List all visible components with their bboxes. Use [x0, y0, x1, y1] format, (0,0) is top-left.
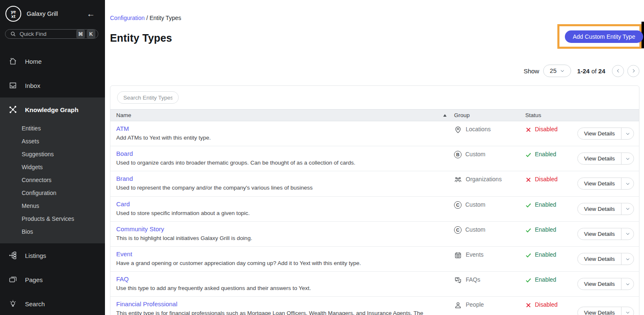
- search-entity-types-input[interactable]: [117, 91, 179, 104]
- sidebar-item-assets[interactable]: Assets: [0, 135, 105, 148]
- sidebar-item-entities[interactable]: Entities: [0, 122, 105, 135]
- view-details-label: View Details: [578, 278, 621, 290]
- add-custom-entity-type-button[interactable]: Add Custom Entity Type: [565, 30, 643, 43]
- table-row: Brand Used to represent the company and/…: [110, 171, 639, 196]
- row-actions-dropdown[interactable]: [621, 153, 634, 164]
- entity-name-link[interactable]: Brand: [116, 175, 133, 182]
- status-label: Disabled: [535, 301, 557, 308]
- people-group-icon: [454, 176, 462, 184]
- view-details-label: View Details: [578, 153, 621, 164]
- sidebar-item-suggestions[interactable]: Suggestions: [0, 148, 105, 160]
- status-badge: Disabled: [525, 297, 575, 315]
- sidebar-item-home[interactable]: Home: [0, 49, 105, 73]
- chevron-down-icon: [625, 231, 630, 236]
- sidebar-item-menus[interactable]: Menus: [0, 199, 105, 212]
- show-label: Show: [524, 68, 539, 75]
- check-icon: [525, 227, 532, 233]
- breadcrumb-link-configuration[interactable]: Configuration: [110, 15, 145, 21]
- sort-ascending-icon[interactable]: [443, 114, 447, 117]
- table-row: Board Used to organize cards into broade…: [110, 146, 639, 171]
- circle-c-icon: C: [454, 201, 462, 209]
- chevron-left-icon: [616, 68, 621, 73]
- status-badge: Enabled: [525, 222, 575, 246]
- entity-name-link[interactable]: Board: [116, 150, 133, 157]
- status-label: Enabled: [535, 251, 556, 258]
- sidebar-item-connectors[interactable]: Connectors: [0, 173, 105, 186]
- table-header: Name Group Status: [110, 109, 639, 121]
- entity-description: Used to organize cards into broader them…: [116, 160, 437, 166]
- row-actions-dropdown[interactable]: [621, 203, 634, 215]
- sidebar-item-products-services[interactable]: Products & Services: [0, 212, 105, 225]
- entity-name-link[interactable]: Card: [116, 200, 130, 208]
- group-label: Locations: [466, 126, 491, 132]
- column-header-name[interactable]: Name: [110, 112, 454, 118]
- chevron-down-icon: [625, 206, 630, 211]
- column-header-group: Group: [454, 112, 525, 118]
- view-details-button[interactable]: View Details: [577, 307, 634, 315]
- view-details-button[interactable]: View Details: [577, 152, 634, 165]
- chevron-down-icon: [625, 131, 630, 136]
- check-icon: [525, 252, 532, 258]
- entity-description: Add ATMs to Yext with this entity type.: [116, 135, 437, 141]
- entity-name-link[interactable]: ATM: [116, 125, 129, 132]
- next-page-button[interactable]: [627, 65, 639, 77]
- entity-description: Use this type to add any frequently aske…: [116, 285, 437, 292]
- view-details-button[interactable]: View Details: [577, 128, 634, 140]
- row-actions-dropdown[interactable]: [621, 228, 634, 240]
- search-icon: [10, 31, 16, 37]
- table-row: ATM Add ATMs to Yext with this entity ty…: [110, 121, 639, 146]
- row-actions-dropdown[interactable]: [621, 307, 634, 315]
- sidebar-item-search[interactable]: Search: [0, 292, 105, 315]
- circle-c-icon: C: [454, 226, 462, 234]
- k-keycap: K: [87, 30, 95, 38]
- row-actions-dropdown[interactable]: [621, 178, 634, 189]
- row-actions-dropdown[interactable]: [621, 128, 634, 139]
- yext-logo-icon[interactable]: ye xt: [5, 5, 22, 22]
- collapse-sidebar-icon[interactable]: ←: [87, 9, 95, 19]
- prev-page-button[interactable]: [612, 65, 624, 77]
- view-details-button[interactable]: View Details: [577, 203, 634, 215]
- sidebar-item-listings[interactable]: Listings: [0, 243, 105, 268]
- sidebar-item-inbox[interactable]: Inbox: [0, 73, 105, 98]
- entity-name-link[interactable]: Financial Professional: [116, 300, 177, 308]
- person-icon: [454, 301, 462, 309]
- chevron-down-icon: [625, 310, 630, 315]
- view-details-button[interactable]: View Details: [577, 253, 634, 265]
- chevron-down-icon: [625, 156, 630, 161]
- view-details-button[interactable]: View Details: [577, 228, 634, 240]
- table-body: ATM Add ATMs to Yext with this entity ty…: [110, 121, 639, 315]
- row-actions-dropdown[interactable]: [621, 278, 634, 290]
- sidebar-item-bios[interactable]: Bios: [0, 225, 105, 238]
- group-label: Custom: [465, 201, 485, 208]
- page-title: Entity Types: [110, 32, 639, 44]
- entity-name-link[interactable]: FAQ: [116, 275, 129, 282]
- status-label: Disabled: [535, 126, 557, 132]
- entity-name-link[interactable]: Event: [116, 250, 132, 258]
- view-details-button[interactable]: View Details: [577, 278, 634, 290]
- entity-description: Used to represent the company and/or the…: [116, 185, 437, 191]
- sidebar-item-widgets[interactable]: Widgets: [0, 160, 105, 173]
- group-label: Custom: [465, 151, 485, 158]
- bulb-icon: [8, 299, 17, 308]
- table-row: Financial Professional This entity type …: [110, 297, 639, 315]
- sidebar-nav: HomeInbox Knowledge Graph EntitiesAssets…: [0, 49, 105, 315]
- table-row: Card Used to store specific information …: [110, 197, 639, 222]
- entity-description: Used to store specific information about…: [116, 210, 437, 217]
- entity-name-link[interactable]: Community Story: [116, 225, 164, 232]
- view-details-label: View Details: [578, 178, 621, 189]
- x-icon: [525, 127, 532, 133]
- chevron-right-icon: [631, 68, 636, 73]
- row-actions-dropdown[interactable]: [621, 253, 634, 265]
- main-content: Configuration / Entity Types Entity Type…: [105, 0, 644, 315]
- quick-find-input[interactable]: Quick Find ⌘ K: [5, 29, 98, 39]
- page-size-select[interactable]: 25: [543, 65, 571, 77]
- check-icon: [525, 202, 532, 208]
- group-label: Events: [466, 251, 484, 258]
- entity-types-table-card: Name Group Status ATM Add ATMs to Yext w…: [110, 85, 639, 315]
- status-badge: Enabled: [525, 272, 575, 296]
- sidebar-item-pages[interactable]: Pages: [0, 268, 105, 292]
- x-icon: [525, 177, 532, 183]
- view-details-button[interactable]: View Details: [577, 178, 634, 190]
- sidebar-item-configuration[interactable]: Configuration: [0, 186, 105, 199]
- sidebar-item-knowledge-graph[interactable]: Knowledge Graph: [0, 98, 105, 122]
